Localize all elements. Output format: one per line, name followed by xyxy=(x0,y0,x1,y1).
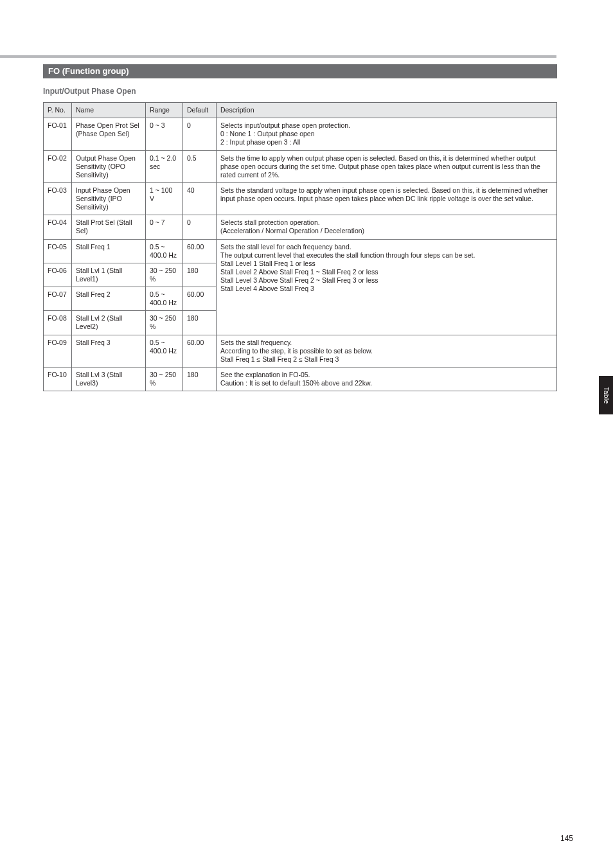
section-title-text: FO (Function group) xyxy=(48,66,129,76)
cell-def: 180 xyxy=(183,263,217,287)
cell-range: 30 ~ 250 % xyxy=(146,311,183,335)
cell-pno: FO-10 xyxy=(44,367,72,391)
cell-def: 60.00 xyxy=(183,287,217,311)
cell-pno: FO-08 xyxy=(44,311,72,335)
cell-desc: Sets the standard voltage to apply when … xyxy=(217,182,557,215)
header-desc: Description xyxy=(217,103,557,118)
cell-pno: FO-01 xyxy=(44,118,72,150)
cell-range: 1 ~ 100 V xyxy=(146,182,183,215)
cell-range: 0.5 ~ 400.0 Hz xyxy=(146,239,183,263)
cell-pno: FO-02 xyxy=(44,150,72,182)
cell-def: 0.5 xyxy=(183,150,217,182)
cell-pno: FO-09 xyxy=(44,335,72,367)
cell-desc: Sets the time to apply when output phase… xyxy=(217,150,557,182)
cell-range: 0 ~ 7 xyxy=(146,215,183,239)
cell-pno: FO-06 xyxy=(44,263,72,287)
cell-range: 0.5 ~ 400.0 Hz xyxy=(146,335,183,367)
header-range: Range xyxy=(146,103,183,118)
page-number: 145 xyxy=(560,834,573,843)
cell-name: Stall Lvl 2 (Stall Level2) xyxy=(72,311,146,335)
table-body: FO-01Phase Open Prot Sel (Phase Open Sel… xyxy=(44,118,557,391)
cell-name: Stall Freq 2 xyxy=(72,287,146,311)
header-rule xyxy=(0,55,556,58)
cell-name: Phase Open Prot Sel (Phase Open Sel) xyxy=(72,118,146,150)
header-def: Default xyxy=(183,103,217,118)
cell-desc: See the explanation in FO-05. Caution : … xyxy=(217,367,557,391)
cell-pno: FO-05 xyxy=(44,239,72,263)
table-header-row: P. No. Name Range Default Description xyxy=(44,103,557,118)
cell-def: 60.00 xyxy=(183,335,217,367)
table-row: FO-02Output Phase Open Sensitivity (OPO … xyxy=(44,150,557,182)
cell-def: 40 xyxy=(183,182,217,215)
cell-desc: Selects stall protection operation. (Acc… xyxy=(217,215,557,239)
cell-desc-merged: Sets the stall level for each frequency … xyxy=(217,239,557,335)
cell-name: Stall Lvl 1 (Stall Level1) xyxy=(72,263,146,287)
section-title-bar: FO (Function group) xyxy=(43,64,557,78)
table-row: FO-10Stall Lvl 3 (Stall Level3)30 ~ 250 … xyxy=(44,367,557,391)
table-row: FO-09Stall Freq 30.5 ~ 400.0 Hz60.00Sets… xyxy=(44,335,557,367)
cell-def: 180 xyxy=(183,311,217,335)
header-pno: P. No. xyxy=(44,103,72,118)
cell-name: Stall Prot Sel (Stall Sel) xyxy=(72,215,146,239)
cell-name: Stall Freq 3 xyxy=(72,335,146,367)
cell-desc: Sets the stall frequency. According to t… xyxy=(217,335,557,367)
side-tab-label: Table xyxy=(603,387,610,403)
cell-desc: Selects input/output phase open protecti… xyxy=(217,118,557,150)
table-row: FO-04Stall Prot Sel (Stall Sel)0 ~ 70Sel… xyxy=(44,215,557,239)
cell-pno: FO-07 xyxy=(44,287,72,311)
cell-name: Output Phase Open Sensitivity (OPO Sensi… xyxy=(72,150,146,182)
cell-range: 30 ~ 250 % xyxy=(146,263,183,287)
parameter-table: P. No. Name Range Default Description FO… xyxy=(43,102,557,391)
table-row: FO-03Input Phase Open Sensitivity (IPO S… xyxy=(44,182,557,215)
cell-def: 0 xyxy=(183,118,217,150)
cell-name: Stall Freq 1 xyxy=(72,239,146,263)
cell-def: 180 xyxy=(183,367,217,391)
side-tab: Table xyxy=(599,376,613,414)
table-row: FO-01Phase Open Prot Sel (Phase Open Sel… xyxy=(44,118,557,150)
cell-pno: FO-04 xyxy=(44,215,72,239)
page-subtitle: Input/Output Phase Open xyxy=(43,87,136,96)
cell-range: 0.5 ~ 400.0 Hz xyxy=(146,287,183,311)
cell-name: Input Phase Open Sensitivity (IPO Sensit… xyxy=(72,182,146,215)
cell-range: 0.1 ~ 2.0 sec xyxy=(146,150,183,182)
cell-def: 60.00 xyxy=(183,239,217,263)
header-name: Name xyxy=(72,103,146,118)
cell-def: 0 xyxy=(183,215,217,239)
cell-range: 0 ~ 3 xyxy=(146,118,183,150)
cell-name: Stall Lvl 3 (Stall Level3) xyxy=(72,367,146,391)
cell-range: 30 ~ 250 % xyxy=(146,367,183,391)
table-row: FO-05Stall Freq 10.5 ~ 400.0 Hz60.00Sets… xyxy=(44,239,557,263)
cell-pno: FO-03 xyxy=(44,182,72,215)
